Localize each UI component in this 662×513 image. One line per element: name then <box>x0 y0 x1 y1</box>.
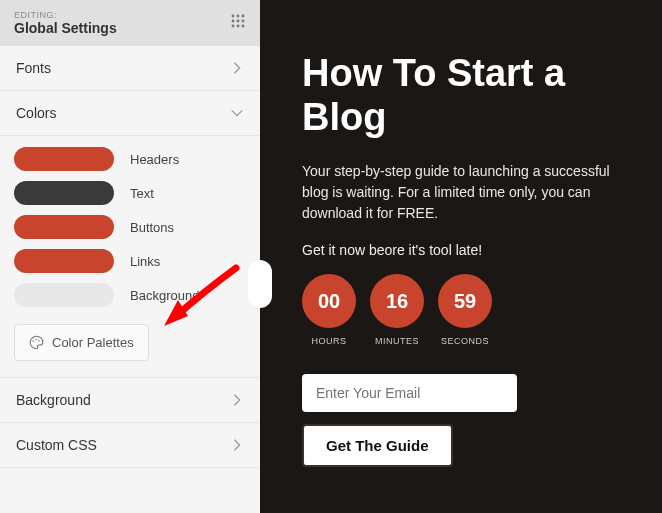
section-label: Colors <box>16 105 56 121</box>
countdown-value: 00 <box>302 274 356 328</box>
countdown-label: MINUTES <box>370 336 424 346</box>
countdown-minutes: 16 MINUTES <box>370 274 424 346</box>
color-label: Background <box>130 288 199 303</box>
palettes-label: Color Palettes <box>52 335 134 350</box>
svg-point-6 <box>232 25 235 28</box>
color-swatch[interactable] <box>14 215 114 239</box>
cta-button[interactable]: Get The Guide <box>302 424 453 467</box>
section-label: Background <box>16 392 91 408</box>
color-item-headers[interactable]: Headers <box>14 142 246 176</box>
color-label: Headers <box>130 152 179 167</box>
preview-canvas: How To Start a Blog Your step-by-step gu… <box>260 0 662 513</box>
svg-point-11 <box>38 340 40 342</box>
countdown-value: 59 <box>438 274 492 328</box>
color-label: Text <box>130 186 154 201</box>
color-label: Buttons <box>130 220 174 235</box>
color-swatch[interactable] <box>14 249 114 273</box>
editing-label: EDITING: <box>14 10 117 20</box>
sidebar: EDITING: Global Settings Fonts Colors He… <box>0 0 260 513</box>
color-item-links[interactable]: Links <box>14 244 246 278</box>
drag-handle-icon[interactable] <box>230 13 246 33</box>
settings-title: Global Settings <box>14 20 117 36</box>
svg-point-10 <box>35 339 37 341</box>
section-fonts[interactable]: Fonts <box>0 46 260 91</box>
countdown-seconds: 59 SECONDS <box>438 274 492 346</box>
preview-description: Your step-by-step guide to launching a s… <box>302 161 624 224</box>
chevron-right-icon <box>230 393 244 407</box>
color-palettes-button[interactable]: Color Palettes <box>14 324 149 361</box>
svg-point-8 <box>242 25 245 28</box>
countdown: 00 HOURS 16 MINUTES 59 SECONDS <box>302 274 624 346</box>
preview-heading: How To Start a Blog <box>302 52 624 139</box>
section-colors[interactable]: Colors <box>0 91 260 136</box>
svg-point-1 <box>237 15 240 18</box>
svg-point-7 <box>237 25 240 28</box>
countdown-label: HOURS <box>302 336 356 346</box>
chevron-down-icon <box>230 106 244 120</box>
color-swatch[interactable] <box>14 283 114 307</box>
color-swatch[interactable] <box>14 181 114 205</box>
palette-icon <box>29 335 44 350</box>
svg-point-4 <box>237 20 240 23</box>
chevron-right-icon <box>230 438 244 452</box>
countdown-value: 16 <box>370 274 424 328</box>
countdown-label: SECONDS <box>438 336 492 346</box>
colors-content: Headers Text Buttons Links Background Co… <box>0 136 260 378</box>
panel-notch <box>248 260 272 308</box>
svg-point-9 <box>33 341 35 343</box>
chevron-right-icon <box>230 61 244 75</box>
color-swatch[interactable] <box>14 147 114 171</box>
section-label: Fonts <box>16 60 51 76</box>
svg-point-5 <box>242 20 245 23</box>
svg-point-0 <box>232 15 235 18</box>
preview-urgency: Get it now beore it's tool late! <box>302 242 624 258</box>
countdown-hours: 00 HOURS <box>302 274 356 346</box>
color-item-background[interactable]: Background <box>14 278 246 312</box>
svg-point-2 <box>242 15 245 18</box>
section-background[interactable]: Background <box>0 378 260 423</box>
section-label: Custom CSS <box>16 437 97 453</box>
svg-point-3 <box>232 20 235 23</box>
sidebar-header: EDITING: Global Settings <box>0 0 260 46</box>
color-item-buttons[interactable]: Buttons <box>14 210 246 244</box>
section-custom-css[interactable]: Custom CSS <box>0 423 260 468</box>
color-label: Links <box>130 254 160 269</box>
color-item-text[interactable]: Text <box>14 176 246 210</box>
email-field[interactable] <box>302 374 517 412</box>
